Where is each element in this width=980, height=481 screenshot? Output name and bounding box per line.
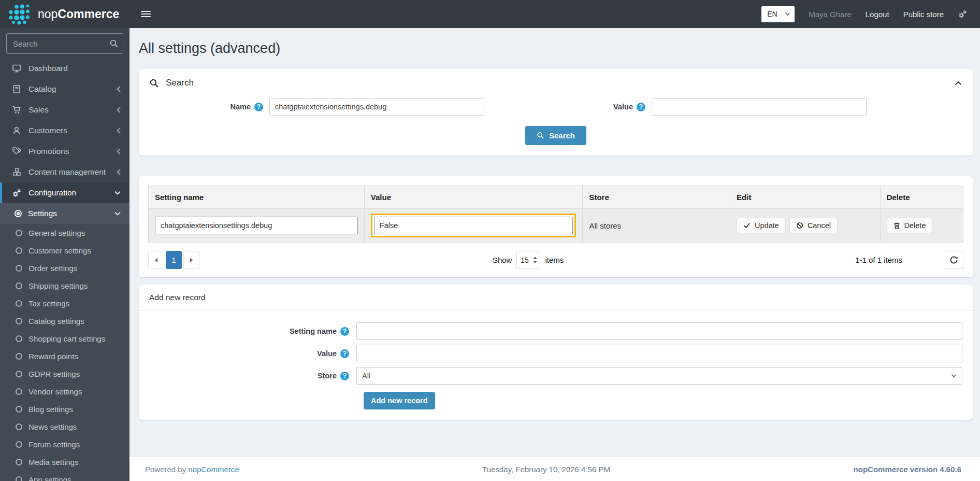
nopcommerce-link[interactable]: nopCommerce <box>188 465 239 474</box>
circle-icon <box>16 335 22 342</box>
value-cell <box>364 209 583 243</box>
stepper-arrows-icon[interactable] <box>532 257 540 263</box>
sidebar-item-dashboard[interactable]: Dashboard <box>0 58 129 79</box>
show-label: Show <box>493 256 512 264</box>
search-name-input[interactable] <box>269 98 484 116</box>
main-column: EN Maya Ghare Logout Public store All se <box>129 0 980 481</box>
dot-circle-icon <box>15 210 22 217</box>
sidebar-item-label: Shipping settings <box>28 281 88 290</box>
logout-link[interactable]: Logout <box>866 10 889 19</box>
store-label-group: Store <box>149 372 356 380</box>
chevron-down-icon <box>951 374 957 378</box>
refresh-button[interactable] <box>944 251 963 269</box>
settings-table: Setting name Value Store Edit Delete <box>148 186 963 243</box>
chevron-left-icon <box>116 168 121 176</box>
public-store-link[interactable]: Public store <box>903 10 944 19</box>
search-value-group: Value <box>556 98 962 116</box>
footer-version: nopCommerce version 4.60.6 <box>854 465 961 474</box>
gears-icon[interactable] <box>958 9 968 19</box>
help-icon[interactable] <box>340 372 349 380</box>
sidebar-item-configuration[interactable]: Configuration <box>0 182 129 203</box>
brand-logo[interactable]: nopCommerce <box>0 0 129 28</box>
hamburger-menu-icon[interactable] <box>141 11 151 17</box>
delete-button[interactable]: Delete <box>887 218 933 233</box>
store-select[interactable]: All <box>356 367 962 385</box>
items-summary: 1-1 of 1 items <box>855 256 902 264</box>
sidebar-item-tax-settings[interactable]: Tax settings <box>0 294 129 312</box>
sidebar-item-label: Vendor settings <box>28 387 82 396</box>
sidebar-item-catalog[interactable]: Catalog <box>0 79 129 100</box>
search-value-input[interactable] <box>652 98 867 116</box>
sidebar-item-label: Order settings <box>28 264 77 273</box>
sidebar-item-sales[interactable]: Sales <box>0 100 129 120</box>
circle-icon <box>16 300 22 307</box>
row-setting-name-input[interactable] <box>155 217 358 234</box>
pager-page-1-button[interactable]: 1 <box>166 251 182 269</box>
circle-icon <box>16 230 22 236</box>
cancel-button[interactable]: Cancel <box>789 218 838 233</box>
sidebar-item-vendor-settings[interactable]: Vendor settings <box>0 383 129 400</box>
sidebar-item-app-settings[interactable]: App settings <box>0 471 129 481</box>
sidebar-item-shipping-settings[interactable]: Shipping settings <box>0 277 129 294</box>
sidebar-item-blog-settings[interactable]: Blog settings <box>0 400 129 418</box>
setting-name-label: Setting name <box>290 327 337 335</box>
chevron-down-icon <box>114 211 121 216</box>
sidebar-item-media-settings[interactable]: Media settings <box>0 453 129 471</box>
collapse-chevron-up-icon[interactable] <box>954 80 962 86</box>
page-size-stepper[interactable]: 15 <box>516 251 540 269</box>
sidebar-item-customers[interactable]: Customers <box>0 120 129 141</box>
pager: 1 Show 15 items 1-1 of 1 items <box>148 251 963 269</box>
sidebar-item-forum-settings[interactable]: Forum settings <box>0 435 129 453</box>
shopping-cart-icon <box>11 105 22 115</box>
check-icon <box>743 222 751 229</box>
add-value-input[interactable] <box>356 345 962 362</box>
language-select[interactable]: EN <box>761 6 795 22</box>
add-new-record-button[interactable]: Add new record <box>364 392 435 409</box>
search-panel-title: Search <box>166 78 194 88</box>
store-select-value: All <box>362 372 370 380</box>
sidebar-item-shopping-cart-settings[interactable]: Shopping cart settings <box>0 330 129 347</box>
search-button[interactable]: Search <box>525 126 586 145</box>
sidebar-item-label: Dashboard <box>28 64 68 73</box>
sidebar-item-news-settings[interactable]: News settings <box>0 418 129 435</box>
circle-icon <box>16 476 22 481</box>
sidebar-item-promotions[interactable]: Promotions <box>0 141 129 162</box>
row-value-input[interactable] <box>374 217 573 234</box>
pager-next-button[interactable] <box>183 251 199 269</box>
sidebar-item-label: Sales <box>28 105 49 115</box>
sidebar-item-order-settings[interactable]: Order settings <box>0 259 129 277</box>
help-icon[interactable] <box>340 349 349 358</box>
search-button-label: Search <box>549 131 575 140</box>
help-icon[interactable] <box>254 103 263 111</box>
value-label-group: Value <box>556 103 652 111</box>
update-button[interactable]: Update <box>737 218 786 233</box>
sidebar-item-general-settings[interactable]: General settings <box>0 224 129 242</box>
sidebar-item-catalog-settings[interactable]: Catalog settings <box>0 312 129 330</box>
caret-right-icon <box>189 257 194 263</box>
chevron-left-icon <box>116 86 121 93</box>
help-icon[interactable] <box>637 103 645 111</box>
add-button-label: Add new record <box>371 397 428 405</box>
sidebar-item-reward-points[interactable]: Reward points <box>0 347 129 365</box>
value-label: Value <box>317 349 337 358</box>
sidebar-item-settings[interactable]: Settings <box>0 203 129 224</box>
column-header-value: Value <box>364 186 583 209</box>
search-panel-header: Search <box>149 78 962 88</box>
circle-icon <box>16 406 22 413</box>
column-header-edit: Edit <box>730 186 880 209</box>
sidebar-item-customer-settings[interactable]: Customer settings <box>0 242 129 259</box>
add-store-row: Store All <box>149 367 962 385</box>
sidebar-item-content-management[interactable]: Content management <box>0 162 129 182</box>
configuration-submenu: Settings General settingsCustomer settin… <box>0 203 129 481</box>
pager-previous-button[interactable] <box>148 251 164 269</box>
sidebar-search-input[interactable] <box>6 33 123 54</box>
add-record-title: Add new record <box>139 285 973 311</box>
sidebar-item-label: News settings <box>28 422 77 431</box>
book-icon <box>11 84 22 94</box>
add-setting-name-input[interactable] <box>356 322 962 340</box>
nopcommerce-dots-icon <box>6 3 33 25</box>
sidebar-item-gdpr-settings[interactable]: GDPR settings <box>0 365 129 383</box>
help-icon[interactable] <box>340 327 349 336</box>
chevron-left-icon <box>116 106 121 114</box>
current-user-name: Maya Ghare <box>809 10 852 19</box>
